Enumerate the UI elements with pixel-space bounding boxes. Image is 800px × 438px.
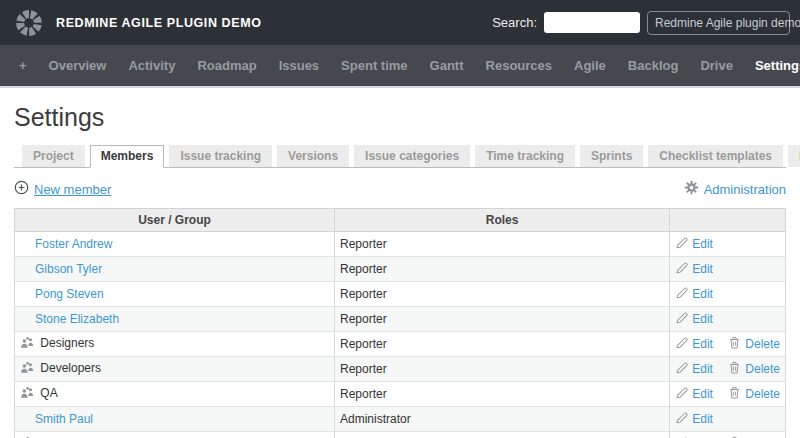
actions-cell: Edit Delete [670,282,786,307]
administration-label: Administration [704,182,786,197]
user-group-cell: Pong Steven [15,282,335,307]
members-table: User / Group Roles Foster Andrew Reporte… [14,208,786,438]
role-cell: Reporter [334,332,669,357]
member-name-link[interactable]: Gibson Tyler [35,262,102,276]
group-icon [20,361,35,378]
edit-label: Edit [692,312,713,327]
delete-link[interactable]: Delete [728,386,780,403]
member-name-link: Developers [40,361,101,375]
actions-cell: Edit Delete [670,382,786,407]
tabs-bar: ProjectMembersIssue trackingVersionsIssu… [14,145,786,168]
edit-link[interactable]: Edit [675,361,713,378]
table-row: Gibson Tyler Reporter Edit [15,257,786,282]
edit-label: Edit [692,412,713,427]
edit-link[interactable]: Edit [675,336,713,353]
role-cell: Reporter [334,282,669,307]
member-name-link[interactable]: Smith Paul [35,412,93,426]
role-cell: Administrator [334,432,669,438]
toolbar: New member [14,180,786,198]
user-group-cell: Smith Paul [15,407,335,432]
edit-label: Edit [692,237,713,252]
edit-link[interactable]: Edit [675,311,713,328]
pencil-icon [675,361,688,378]
trash-icon [728,361,741,378]
tab-project[interactable]: Project [22,145,85,167]
tab-versions[interactable]: Versions [277,145,349,167]
member-name-link[interactable]: Stone Elizabeth [35,312,119,326]
tab-time-tracking[interactable]: Time tracking [475,145,575,167]
edit-link[interactable]: Edit [675,411,713,428]
member-name-link: QA [40,386,57,400]
user-group-cell: Foster Andrew [15,232,335,257]
top-search-area: Search: Redmine Agile plugin demo [492,11,790,35]
edit-label: Edit [692,287,713,302]
main-nav: +OverviewActivityRoadmapIssuesSpent time… [0,45,800,88]
table-row: Foster Andrew Reporter Edit [15,232,786,257]
app-title: REDMINE AGILE PLUGIN DEMO [56,16,262,30]
edit-link[interactable]: Edit [675,236,713,253]
search-input[interactable] [544,12,640,33]
role-cell: Administrator [334,407,669,432]
tab-checklist-templates[interactable]: Checklist templates [648,145,783,167]
edit-link[interactable]: Edit [675,386,713,403]
nav-item-backlog[interactable]: Backlog [617,58,690,73]
pencil-icon [675,311,688,328]
delete-link[interactable]: Delete [728,361,780,378]
nav-item-drive[interactable]: Drive [689,58,744,73]
redmine-logo-icon [14,8,44,38]
edit-link[interactable]: Edit [675,286,713,303]
edit-link[interactable]: Edit [675,261,713,278]
nav-item-agile[interactable]: Agile [563,58,617,73]
plus-circle-icon [14,180,29,198]
actions-cell: Edit Delete [670,307,786,332]
col-header-actions [670,209,786,232]
tab-issue-tracking[interactable]: Issue tracking [169,145,272,167]
edit-label: Edit [692,262,713,277]
nav-item-roadmap[interactable]: Roadmap [186,58,267,73]
role-cell: Reporter [334,382,669,407]
actions-cell: Edit Delete [670,332,786,357]
table-row: Stone Elizabeth Reporter Edit [15,307,786,332]
member-name-link[interactable]: Foster Andrew [35,237,112,251]
pencil-icon [675,236,688,253]
user-group-cell: Managers [15,432,335,438]
pencil-icon [675,411,688,428]
gear-icon [684,180,699,198]
actions-cell: Edit Delete [670,432,786,438]
nav-item-add[interactable]: + [8,58,38,73]
user-group-cell: Gibson Tyler [15,257,335,282]
trash-icon [728,386,741,403]
page-title: Settings [14,103,786,132]
nav-item-resources[interactable]: Resources [475,58,563,73]
tab-issue-categories[interactable]: Issue categories [354,145,470,167]
project-select[interactable]: Redmine Agile plugin demo [647,11,790,35]
nav-item-issues[interactable]: Issues [268,58,330,73]
delete-link[interactable]: Delete [728,336,780,353]
tab-sprints[interactable]: Sprints [580,145,643,167]
tab-report-templates[interactable]: Report templates [788,145,800,167]
trash-icon [728,336,741,353]
col-header-roles: Roles [334,209,669,232]
administration-link[interactable]: Administration [684,180,786,198]
pencil-icon [675,386,688,403]
pencil-icon [675,286,688,303]
nav-item-gantt[interactable]: Gantt [419,58,475,73]
nav-item-settings[interactable]: Settings [744,58,800,73]
table-row: Designers Reporter Edit [15,332,786,357]
nav-item-spent-time[interactable]: Spent time [330,58,418,73]
table-header-row: User / Group Roles [15,209,786,232]
actions-cell: Edit Delete [670,407,786,432]
nav-item-overview[interactable]: Overview [38,58,118,73]
app-root: REDMINE AGILE PLUGIN DEMO Search: Redmin… [0,0,800,438]
role-cell: Reporter [334,232,669,257]
project-select-value: Redmine Agile plugin demo [655,16,800,30]
member-name-link[interactable]: Pong Steven [35,287,104,301]
user-group-cell: Designers [15,332,335,357]
tab-members[interactable]: Members [90,145,165,168]
pencil-icon [675,261,688,278]
user-group-cell: QA [15,382,335,407]
nav-item-activity[interactable]: Activity [117,58,186,73]
search-label: Search: [492,15,537,30]
actions-cell: Edit Delete [670,357,786,382]
new-member-link[interactable]: New member [14,180,111,198]
